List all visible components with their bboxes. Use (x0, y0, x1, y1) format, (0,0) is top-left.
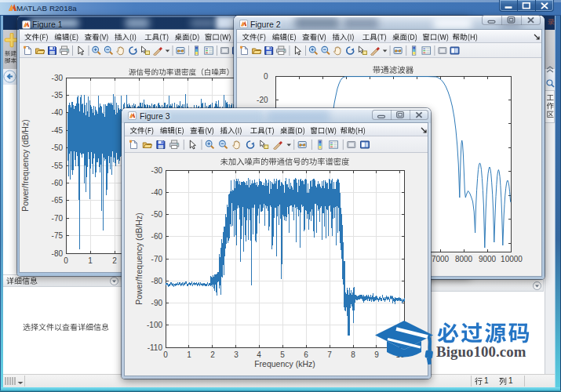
svg-text:-40: -40 (151, 188, 163, 197)
svg-text:2: 2 (210, 350, 215, 359)
svg-text:-80: -80 (151, 277, 163, 285)
svg-text:1: 1 (187, 350, 191, 359)
svg-text:6: 6 (304, 350, 308, 359)
svg-text:5: 5 (280, 350, 285, 359)
svg-text:-60: -60 (151, 232, 163, 241)
svg-text:-90: -90 (151, 299, 163, 307)
svg-text:-100: -100 (147, 321, 162, 329)
svg-text:4: 4 (257, 350, 261, 359)
svg-text:Frequency (kHz): Frequency (kHz) (254, 359, 315, 368)
svg-text:-70: -70 (151, 255, 163, 263)
svg-text:8: 8 (351, 350, 355, 359)
svg-text:7: 7 (327, 350, 332, 359)
svg-text:-110: -110 (148, 343, 163, 352)
svg-text:-50: -50 (151, 210, 163, 219)
svg-text:-30: -30 (151, 166, 163, 175)
svg-text:Power/frequency (dB/Hz): Power/frequency (dB/Hz) (134, 212, 144, 304)
svg-text:3: 3 (234, 350, 239, 359)
svg-text:0: 0 (163, 350, 168, 359)
